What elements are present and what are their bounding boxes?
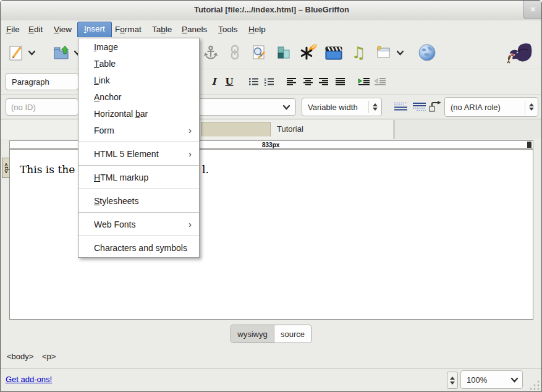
preview-button[interactable] xyxy=(251,45,267,61)
direction-ltr-icon xyxy=(394,101,408,112)
align-right-icon xyxy=(318,77,329,86)
menu-insert[interactable]: Insert xyxy=(77,22,112,37)
breadcrumb-body-tag[interactable]: <body> xyxy=(7,352,33,361)
menu-separator xyxy=(78,165,199,166)
new-document-icon xyxy=(7,45,25,62)
menu-item-link[interactable]: Link xyxy=(78,72,199,88)
menu-item-characters-and-symbols[interactable]: Characters and symbols xyxy=(78,239,199,256)
browser-preview-button[interactable] xyxy=(418,43,436,62)
block-format-value: Paragraph xyxy=(12,77,49,87)
insert-audio-button[interactable]: ♫ xyxy=(350,43,367,62)
justify-button[interactable] xyxy=(335,77,345,86)
insert-form-button[interactable] xyxy=(375,45,391,60)
chevron-down-icon xyxy=(507,373,522,386)
link-icon xyxy=(227,45,243,61)
menu-table[interactable]: Table xyxy=(150,23,174,35)
aria-role-select[interactable]: (no ARIA role) xyxy=(444,97,538,117)
menu-item-form[interactable]: Form› xyxy=(78,122,199,138)
audio-icon: ♫ xyxy=(351,43,365,62)
menu-separator xyxy=(78,236,199,236)
zoom-select[interactable]: 100% xyxy=(460,370,523,389)
menu-panels[interactable]: Panels xyxy=(180,23,209,35)
bullet-list-button[interactable] xyxy=(248,77,259,86)
menu-separator xyxy=(78,189,199,189)
chevron-down-icon xyxy=(279,101,295,113)
outdent-button[interactable] xyxy=(374,77,386,86)
menu-item-html5-element[interactable]: HTML 5 Element› xyxy=(78,145,199,162)
width-select[interactable]: Variable width xyxy=(302,98,382,116)
menu-item-stylesheets[interactable]: Stylesheets xyxy=(78,192,199,209)
paragraph-text-left: This is the xyxy=(20,163,75,176)
view-mode-toggle: wysiwyg source xyxy=(231,325,311,343)
menu-item-web-fonts[interactable]: Web Fonts› xyxy=(78,216,199,232)
menu-item-image[interactable]: Image xyxy=(78,38,199,55)
submenu-arrow-icon: › xyxy=(188,148,192,159)
anchor-button[interactable] xyxy=(203,45,219,61)
menu-view[interactable]: View xyxy=(52,23,74,35)
insert-dropdown-menu: Image Table Link Anchor Horizontal bar F… xyxy=(78,38,200,258)
open-file-button[interactable] xyxy=(53,44,72,61)
wysiwyg-tab[interactable]: wysiwyg xyxy=(231,325,274,343)
menu-file[interactable]: File xyxy=(4,23,22,35)
special-characters-button[interactable] xyxy=(300,43,318,61)
breadcrumb-p-tag[interactable]: <p> xyxy=(42,352,56,361)
numbered-list-button[interactable] xyxy=(264,77,274,86)
align-center-icon xyxy=(303,77,313,86)
get-addons-link[interactable]: Get add-ons! xyxy=(6,375,52,384)
align-right-button[interactable] xyxy=(318,77,329,86)
bullet-list-icon xyxy=(248,77,259,86)
menu-help[interactable]: Help xyxy=(247,23,268,35)
close-icon: × xyxy=(530,4,536,14)
align-left-button[interactable] xyxy=(286,77,297,86)
bluegriffon-logo xyxy=(505,42,533,66)
tab-label: Tutorial xyxy=(277,124,303,134)
submenu-arrow-icon: › xyxy=(188,219,192,229)
zoom-stepper[interactable] xyxy=(447,372,458,389)
menu-item-html-markup[interactable]: HTML markup xyxy=(78,169,199,185)
block-format-select[interactable]: Paragraph xyxy=(6,73,78,90)
outdent-icon xyxy=(374,77,386,86)
switch-direction-button[interactable] xyxy=(428,100,444,113)
align-center-button[interactable] xyxy=(303,77,313,86)
direction-rtl-button[interactable] xyxy=(412,101,426,112)
tab-thumbnail xyxy=(201,122,271,137)
indent-button[interactable] xyxy=(358,77,370,86)
resize-grip[interactable] xyxy=(528,379,541,391)
italic-button[interactable]: I xyxy=(207,74,221,89)
step-down-icon xyxy=(450,381,455,385)
switch-direction-icon xyxy=(428,100,444,113)
menu-format[interactable]: Format xyxy=(113,23,143,35)
close-button[interactable]: × xyxy=(523,1,542,19)
width-select-value: Variable width xyxy=(308,103,358,112)
id-input[interactable] xyxy=(6,98,78,116)
source-tab[interactable]: source xyxy=(274,325,311,343)
globe-icon xyxy=(418,43,436,62)
numbered-list-icon xyxy=(264,77,274,86)
ruler-marker[interactable] xyxy=(527,142,531,148)
menu-separator xyxy=(78,212,199,213)
underline-button[interactable]: U xyxy=(222,74,237,89)
insert-form-dropdown[interactable] xyxy=(396,50,404,56)
justify-icon xyxy=(335,77,345,86)
spinner-icon xyxy=(368,101,381,113)
direction-ltr-button[interactable] xyxy=(394,101,408,112)
menu-separator xyxy=(78,142,199,142)
video-icon xyxy=(325,46,342,61)
menu-edit[interactable]: Edit xyxy=(27,23,44,35)
anchor-icon xyxy=(203,45,219,61)
menu-tools[interactable]: Tools xyxy=(216,23,240,35)
structure-blocks-button[interactable] xyxy=(276,45,292,61)
chevron-down-icon xyxy=(28,50,36,56)
new-document-dropdown[interactable] xyxy=(28,50,36,56)
menu-item-horizontal-bar[interactable]: Horizontal bar xyxy=(78,105,199,122)
link-button[interactable] xyxy=(227,45,243,61)
menu-item-anchor[interactable]: Anchor xyxy=(78,88,199,105)
insert-video-button[interactable] xyxy=(325,46,342,61)
menu-item-table[interactable]: Table xyxy=(78,55,199,72)
aria-role-value: (no ARIA role) xyxy=(451,103,501,112)
p-tag-marker[interactable]: <p> xyxy=(2,158,10,178)
spinner-icon xyxy=(525,101,538,114)
bottombar: Get add-ons! 100% xyxy=(1,368,542,392)
indent-icon xyxy=(358,77,370,86)
new-document-button[interactable] xyxy=(7,45,25,62)
